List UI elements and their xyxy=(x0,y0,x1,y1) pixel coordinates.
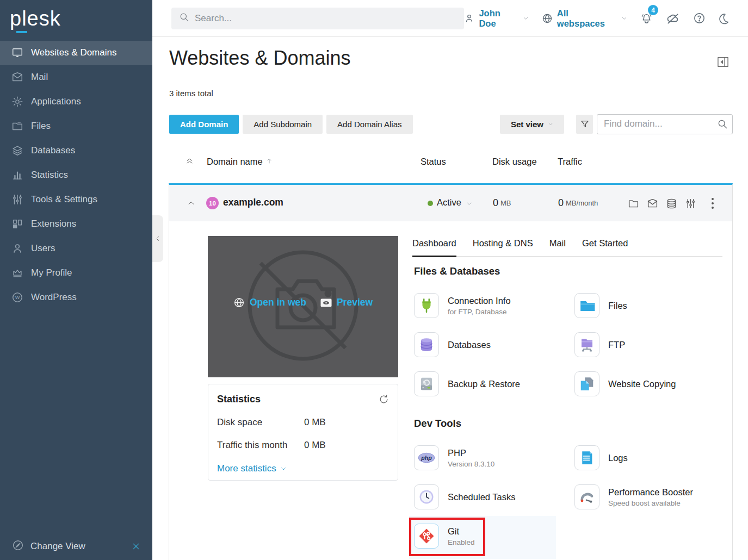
blue-folder-icon xyxy=(574,293,599,318)
stat-label: Traffic this month xyxy=(217,440,304,451)
tab-get-started[interactable]: Get Started xyxy=(582,238,628,256)
column-status[interactable]: Status xyxy=(421,157,446,167)
tool-title: PHP xyxy=(448,448,494,458)
sidebar-collapse-handle[interactable] xyxy=(152,215,163,262)
sidebar-item-mail[interactable]: Mail xyxy=(0,65,152,90)
notifications-button[interactable]: 4 xyxy=(640,12,653,24)
tool-title: Logs xyxy=(608,453,628,463)
user-menu[interactable]: John Doe xyxy=(464,8,528,29)
domain-count-badge: 10 xyxy=(206,197,219,209)
wordpress-icon: W xyxy=(11,291,24,303)
tool-backup-restore[interactable]: Backup & Restore xyxy=(414,371,574,396)
domain-tabs: Dashboard Hosting & DNS Mail Get Started xyxy=(412,238,722,257)
status-label[interactable]: Active xyxy=(437,197,461,208)
help-icon[interactable] xyxy=(693,12,706,24)
panel-collapse-icon[interactable] xyxy=(717,57,729,70)
tool-files[interactable]: Files xyxy=(574,293,735,318)
chevron-down-icon[interactable] xyxy=(466,201,472,207)
tool-php[interactable]: php PHPVersion 8.3.10 xyxy=(414,445,574,470)
globe-icon xyxy=(542,13,553,24)
sidebar-item-label: Statistics xyxy=(31,170,68,181)
chevron-down-icon xyxy=(523,15,529,21)
sidebar-item-applications[interactable]: Applications xyxy=(0,90,152,114)
search-input[interactable] xyxy=(195,13,456,24)
refresh-icon[interactable] xyxy=(379,394,389,405)
cloud-offline-icon[interactable] xyxy=(666,11,680,26)
find-domain-input[interactable] xyxy=(597,114,733,134)
files-databases-grid: Connection Infofor FTP, Database Files D… xyxy=(414,293,736,396)
domain-row[interactable]: 10 example.com Active 0MB 0MB/month xyxy=(169,185,732,221)
filter-button[interactable] xyxy=(576,115,593,134)
tool-ftp[interactable]: FTP xyxy=(574,332,735,357)
preview-label: Preview xyxy=(337,297,373,308)
sidebar-item-my-profile[interactable]: My Profile xyxy=(0,261,152,285)
sidebar-item-users[interactable]: Users xyxy=(0,237,152,261)
tool-scheduled-tasks[interactable]: Scheduled Tasks xyxy=(414,484,574,509)
tool-logs[interactable]: Logs xyxy=(574,445,735,470)
sidebar-item-tools-settings[interactable]: Tools & Settings xyxy=(0,188,152,212)
status-dot xyxy=(428,201,433,206)
purple-database-icon xyxy=(414,332,439,357)
git-icon xyxy=(414,524,439,549)
tool-performance-booster[interactable]: Performance BoosterSpeed boost available xyxy=(574,484,735,509)
plesk-logo-accent xyxy=(16,31,27,33)
folder-icon xyxy=(11,120,24,132)
open-in-web-link[interactable]: Open in web xyxy=(233,297,306,308)
backup-drive-icon xyxy=(414,371,439,396)
tool-website-copying[interactable]: Website Copying xyxy=(574,371,735,396)
tool-databases[interactable]: Databases xyxy=(414,332,574,357)
change-view-label: Change View xyxy=(30,541,85,552)
preview-eye-icon xyxy=(320,298,332,307)
sidebar-item-statistics[interactable]: Statistics xyxy=(0,163,152,188)
sidebar-item-databases[interactable]: Databases xyxy=(0,139,152,163)
site-preview: Open in web Preview xyxy=(208,236,398,377)
dark-mode-icon[interactable] xyxy=(719,13,731,24)
kebab-menu-icon[interactable] xyxy=(711,197,714,210)
sidebar-item-extensions[interactable]: Extensions xyxy=(0,212,152,237)
collapse-row-icon[interactable] xyxy=(187,199,195,207)
column-disk-usage[interactable]: Disk usage xyxy=(492,157,537,167)
bar-chart-icon xyxy=(11,169,24,181)
tool-git[interactable]: GitEnabled xyxy=(414,524,574,549)
user-icon xyxy=(464,13,474,23)
domain-name[interactable]: example.com xyxy=(223,197,283,208)
close-icon[interactable] xyxy=(132,542,140,551)
set-view-label: Set view xyxy=(511,120,543,129)
stat-value: 0 MB xyxy=(304,417,326,428)
more-statistics-link[interactable]: More statistics xyxy=(217,463,389,474)
set-view-button[interactable]: Set view xyxy=(500,115,564,134)
change-view[interactable]: Change View xyxy=(0,533,152,560)
tool-title: Scheduled Tasks xyxy=(448,492,515,502)
webspaces-menu[interactable]: All webspaces xyxy=(542,8,627,29)
php-icon: php xyxy=(414,445,439,470)
search-icon[interactable] xyxy=(717,119,728,132)
chevron-down-icon xyxy=(280,465,287,472)
mail-shortcut-icon[interactable] xyxy=(647,198,658,209)
add-subdomain-button[interactable]: Add Subdomain xyxy=(243,115,323,134)
global-search[interactable] xyxy=(171,8,464,29)
table-header: Domain name Status Disk usage Traffic xyxy=(169,157,733,171)
sidebar-item-websites-domains[interactable]: Websites & Domains xyxy=(0,41,152,65)
column-domain-name[interactable]: Domain name xyxy=(207,157,273,167)
add-domain-alias-button[interactable]: Add Domain Alias xyxy=(326,115,412,134)
sidebar-item-files[interactable]: Files xyxy=(0,114,152,139)
tool-title: Databases xyxy=(448,340,491,350)
tool-subtitle: Speed boost available xyxy=(608,499,693,507)
tool-connection-info[interactable]: Connection Infofor FTP, Database xyxy=(414,293,574,318)
tab-mail[interactable]: Mail xyxy=(549,238,566,256)
sidebar-item-wordpress[interactable]: W WordPress xyxy=(0,285,152,310)
collapse-all-icon[interactable] xyxy=(186,157,194,165)
add-domain-button[interactable]: Add Domain xyxy=(169,115,239,134)
toolbar-right: Set view xyxy=(500,114,733,134)
copy-pages-icon xyxy=(574,371,599,396)
column-traffic[interactable]: Traffic xyxy=(558,157,582,167)
svg-text:W: W xyxy=(15,295,20,301)
stat-label: Disk space xyxy=(217,417,304,428)
settings-shortcut-icon[interactable] xyxy=(685,198,696,209)
tab-dashboard[interactable]: Dashboard xyxy=(412,238,456,257)
database-shortcut-icon[interactable] xyxy=(666,198,677,209)
files-shortcut-icon[interactable] xyxy=(628,198,639,209)
tab-hosting-dns[interactable]: Hosting & DNS xyxy=(473,238,533,256)
page-title: Websites & Domains xyxy=(169,47,350,70)
preview-link[interactable]: Preview xyxy=(320,297,373,308)
